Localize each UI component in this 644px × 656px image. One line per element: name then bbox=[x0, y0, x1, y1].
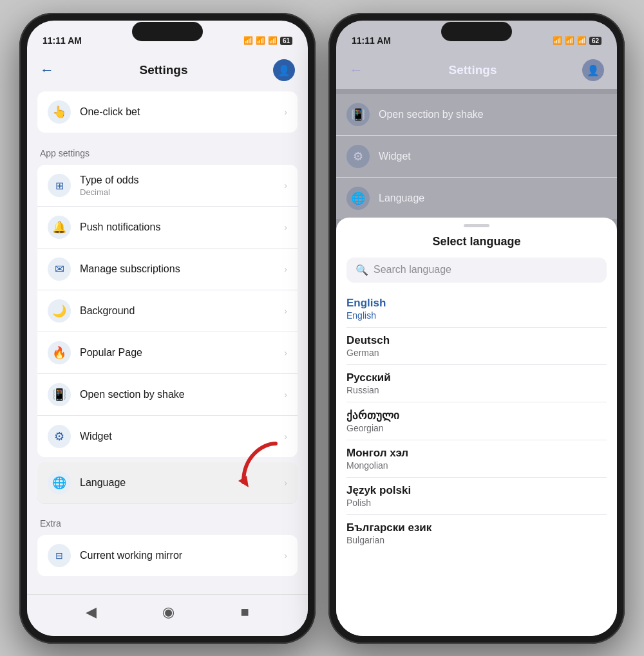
lang-name-georgian: ქართული bbox=[346, 409, 607, 422]
one-click-icon: 👆 bbox=[48, 100, 71, 124]
lang-name-bulgarian: Български език bbox=[346, 521, 607, 534]
avatar-right[interactable]: 👤 bbox=[582, 59, 604, 81]
item-one-click-bet[interactable]: 👆 One-click bet › bbox=[37, 91, 298, 133]
group-top-left: 👆 One-click bet › bbox=[37, 91, 298, 133]
lang-native-deutsch: German bbox=[346, 348, 607, 358]
avatar-left[interactable]: 👤 bbox=[273, 59, 295, 81]
language-icon-right: 🌐 bbox=[346, 187, 370, 210]
odds-subtitle: Decimal bbox=[80, 187, 275, 197]
mirror-title: Current working mirror bbox=[80, 550, 275, 561]
bottom-nav-left: ◀ ◉ ■ bbox=[27, 594, 308, 636]
sheet-title: Select language bbox=[336, 232, 617, 258]
odds-title: Type of odds bbox=[80, 174, 275, 186]
lang-native-bulgarian: Bulgarian bbox=[346, 535, 607, 545]
dynamic-island-right bbox=[441, 22, 512, 41]
sheet-handle bbox=[464, 224, 489, 227]
nav-title-left: Settings bbox=[140, 63, 188, 77]
background-icon: 🌙 bbox=[48, 299, 71, 323]
lang-item-bulgarian[interactable]: Български език Bulgarian bbox=[346, 515, 607, 552]
lang-item-mongolian[interactable]: Монгол хэл Mongolian bbox=[346, 440, 607, 478]
item-background[interactable]: 🌙 Background › bbox=[37, 290, 298, 332]
scroll-left: 👆 One-click bet › App settings ⊞ Type of… bbox=[27, 89, 308, 594]
one-click-title: One-click bet bbox=[80, 106, 275, 118]
lang-item-polish[interactable]: Język polski Polish bbox=[346, 478, 607, 515]
dynamic-island-left bbox=[132, 22, 203, 41]
time-left: 11:11 AM bbox=[43, 35, 82, 46]
nav-square-btn-left[interactable]: ■ bbox=[241, 604, 249, 621]
lang-name-polish: Język polski bbox=[346, 484, 607, 497]
nav-header-right: ← Settings 👤 bbox=[336, 54, 617, 89]
chevron-right: › bbox=[284, 107, 287, 117]
popular-icon: 🔥 bbox=[48, 341, 71, 364]
item-widget-right: ⚙ Widget bbox=[336, 136, 617, 178]
nav-back-btn-left[interactable]: ◀ bbox=[86, 604, 97, 621]
right-screen: 11:11 AM 📶 📶 📶 62 ← Settings 👤 📳 Open se… bbox=[336, 21, 617, 636]
left-screen: 11:11 AM 📶 📶 📶 61 ← Settings 👤 👆 One-cli… bbox=[27, 21, 308, 636]
right-phone: 11:11 AM 📶 📶 📶 62 ← Settings 👤 📳 Open se… bbox=[328, 13, 625, 644]
mirror-icon: ⊟ bbox=[48, 544, 71, 567]
item-manage-subscriptions[interactable]: ✉ Manage subscriptions › bbox=[37, 248, 298, 290]
group-app-settings: ⊞ Type of odds Decimal › 🔔 Push notifica… bbox=[37, 165, 298, 457]
language-title-right: Language bbox=[379, 192, 424, 204]
lang-item-english[interactable]: English English bbox=[346, 290, 607, 328]
shake-icon: 📳 bbox=[48, 383, 71, 406]
lang-item-deutsch[interactable]: Deutsch German bbox=[346, 328, 607, 365]
lang-name-mongolian: Монгол хэл bbox=[346, 447, 607, 460]
language-icon: 🌐 bbox=[48, 471, 71, 494]
odds-icon: ⊞ bbox=[48, 174, 71, 197]
lang-native-georgian: Georgian bbox=[346, 423, 607, 433]
widget-title-right: Widget bbox=[379, 151, 411, 162]
item-shake-right: 📳 Open section by shake bbox=[336, 94, 617, 136]
lang-native-mongolian: Mongolian bbox=[346, 460, 607, 471]
lang-name-deutsch: Deutsch bbox=[346, 334, 607, 347]
notif-icon: 🔔 bbox=[48, 216, 71, 239]
search-placeholder: Search language bbox=[374, 264, 451, 276]
widget-icon: ⚙ bbox=[48, 425, 71, 448]
shake-title-right: Open section by shake bbox=[379, 109, 484, 120]
background-title: Background bbox=[80, 305, 275, 317]
nav-title-right: Settings bbox=[449, 63, 497, 77]
language-search-bar[interactable]: 🔍 Search language bbox=[346, 258, 607, 283]
lang-name-english: English bbox=[346, 297, 607, 310]
item-language-right: 🌐 Language bbox=[336, 178, 617, 219]
notif-title: Push notifications bbox=[80, 221, 275, 233]
back-button-right[interactable]: ← bbox=[349, 62, 363, 79]
subscriptions-icon: ✉ bbox=[48, 258, 71, 281]
back-button-left[interactable]: ← bbox=[40, 62, 54, 79]
item-language-highlighted[interactable]: 🌐 Language › bbox=[37, 462, 298, 504]
item-push-notifications[interactable]: 🔔 Push notifications › bbox=[37, 207, 298, 248]
item-popular-page[interactable]: 🔥 Popular Page › bbox=[37, 332, 298, 374]
nav-header-left: ← Settings 👤 bbox=[27, 54, 308, 89]
lang-native-english: English bbox=[346, 310, 607, 321]
popular-title: Popular Page bbox=[80, 347, 275, 359]
item-open-section-shake[interactable]: 📳 Open section by shake › bbox=[37, 374, 298, 416]
shake-icon-right: 📳 bbox=[346, 103, 370, 126]
widget-icon-right: ⚙ bbox=[346, 145, 370, 168]
lang-item-russian[interactable]: Русский Russian bbox=[346, 365, 607, 402]
extra-label: Extra bbox=[27, 508, 308, 532]
item-type-of-odds[interactable]: ⊞ Type of odds Decimal › bbox=[37, 165, 298, 207]
language-list: English English Deutsch German Русский R… bbox=[336, 290, 617, 636]
item-widget[interactable]: ⚙ Widget › bbox=[37, 416, 298, 457]
lang-native-polish: Polish bbox=[346, 498, 607, 508]
nav-home-btn-left[interactable]: ◉ bbox=[162, 604, 175, 621]
search-icon: 🔍 bbox=[355, 264, 368, 276]
subscriptions-title: Manage subscriptions bbox=[80, 263, 275, 275]
widget-title: Widget bbox=[80, 431, 275, 442]
language-title: Language bbox=[80, 477, 275, 489]
item-current-mirror[interactable]: ⊟ Current working mirror › bbox=[37, 535, 298, 576]
language-sheet: Select language 🔍 Search language Englis… bbox=[336, 218, 617, 636]
status-icons-right: 📶 📶 📶 62 bbox=[553, 36, 601, 45]
shake-title: Open section by shake bbox=[80, 389, 275, 400]
time-right: 11:11 AM bbox=[352, 35, 391, 46]
status-icons-left: 📶 📶 📶 61 bbox=[243, 36, 292, 45]
lang-item-georgian[interactable]: ქართული Georgian bbox=[346, 402, 607, 440]
lang-name-russian: Русский bbox=[346, 371, 607, 384]
app-settings-label: App settings bbox=[27, 138, 308, 162]
lang-native-russian: Russian bbox=[346, 385, 607, 395]
left-phone: 11:11 AM 📶 📶 📶 61 ← Settings 👤 👆 One-cli… bbox=[19, 13, 316, 644]
group-extra: ⊟ Current working mirror › bbox=[37, 535, 298, 576]
